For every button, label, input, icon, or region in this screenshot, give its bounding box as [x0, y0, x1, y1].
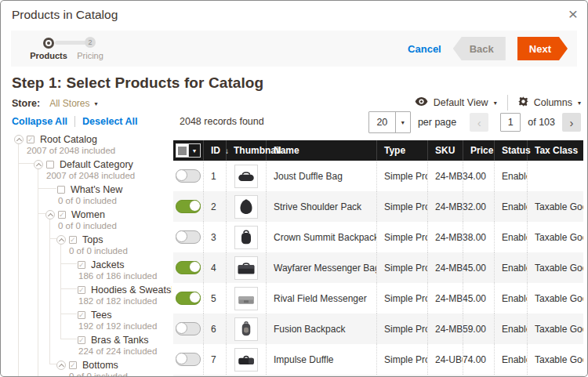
category-label[interactable]: Bottoms [82, 360, 118, 371]
column-header-status[interactable]: Status [495, 140, 528, 161]
back-button[interactable]: Back [453, 37, 506, 60]
category-checkbox[interactable] [78, 261, 85, 269]
store-switcher[interactable]: All Stores ▾ [49, 98, 97, 109]
product-thumbnail [234, 226, 258, 249]
per-page-select[interactable]: 20 ▾ [368, 111, 411, 133]
select-all-dropdown[interactable]: ▼ [173, 140, 204, 161]
column-header-type[interactable]: Type [377, 140, 428, 161]
column-header-label: ID [211, 145, 220, 156]
cell-type: Simple Product [377, 222, 428, 252]
cell-sku: 24-MB03 [428, 222, 463, 252]
category-checkbox[interactable] [78, 336, 85, 344]
cell-thumbnail [227, 161, 267, 191]
column-header-id[interactable]: ID↓ [204, 140, 227, 161]
category-checkbox[interactable] [57, 186, 65, 194]
category-checkbox[interactable] [27, 136, 34, 143]
column-header-thumbnail[interactable]: Thumbnail [227, 140, 267, 161]
cell-id: 2 [204, 191, 227, 222]
close-icon[interactable]: × [568, 5, 578, 22]
cell-name: Wayfarer Messenger Bag [267, 252, 377, 283]
cell-status: Enabled [495, 161, 528, 191]
step-connector [55, 41, 86, 45]
category-checkbox[interactable] [69, 361, 77, 369]
tree-node-jackets: Jackets186 of 186 included [12, 258, 172, 283]
column-header-tax-class[interactable]: Tax Class [528, 140, 583, 161]
cell-price: $34.00 [463, 161, 495, 191]
default-view-label: Default View [434, 97, 488, 108]
product-row: 3Crown Summit BackpackSimple Product24-M… [173, 222, 583, 252]
cell-tax-class: Taxable Goods [528, 222, 583, 252]
category-count: 0 of 0 included [12, 246, 172, 258]
cancel-button[interactable]: Cancel [408, 43, 441, 55]
toggle-knob [176, 169, 187, 181]
cell-sku: 24-MB01 [428, 161, 463, 191]
category-label[interactable]: Jackets [91, 259, 124, 270]
product-row: 4Wayfarer Messenger BagSimple Product24-… [173, 252, 583, 283]
category-checkbox[interactable] [69, 236, 77, 244]
page-input[interactable] [500, 113, 521, 132]
collapse-node-icon[interactable] [34, 160, 43, 169]
product-enable-toggle[interactable] [176, 292, 201, 305]
category-label[interactable]: Tees [91, 310, 111, 321]
product-enable-toggle[interactable] [176, 261, 201, 274]
cell-status: Enabled [495, 283, 528, 314]
column-header-sku[interactable]: SKU [428, 140, 463, 161]
category-count: 186 of 186 included [12, 271, 172, 283]
eye-icon [415, 97, 428, 108]
cell-thumbnail [227, 283, 267, 314]
collapse-node-icon[interactable] [56, 361, 66, 370]
next-button[interactable]: Next [517, 37, 568, 60]
collapse-all-link[interactable]: Collapse All [12, 116, 67, 127]
cell-id: 7 [204, 344, 227, 375]
default-view-button[interactable]: Default View ▾ [415, 97, 497, 108]
cell-tax-class: Taxable Goods [528, 191, 583, 222]
category-count: 182 of 182 included [12, 296, 172, 308]
chevron-down-icon: ▾ [494, 100, 497, 107]
prev-page-button[interactable]: ‹ [470, 113, 488, 132]
cell-thumbnail [227, 222, 267, 252]
category-label[interactable]: Bras & Tanks [91, 335, 148, 346]
product-enable-toggle[interactable] [176, 200, 201, 213]
category-checkbox[interactable] [58, 211, 66, 219]
category-label[interactable]: Hoodies & Sweatshirts [91, 285, 172, 295]
cell-price: $59.00 [463, 314, 495, 344]
cell-sku: 24-MB02 [428, 314, 463, 344]
cell-price: $32.00 [463, 191, 495, 222]
column-header-price[interactable]: Price [463, 140, 495, 161]
category-checkbox[interactable] [78, 311, 85, 319]
columns-button[interactable]: Columns ▾ [518, 96, 581, 109]
category-count: 0 of 0 included [12, 372, 172, 376]
product-enable-toggle[interactable] [176, 230, 201, 244]
product-enable-toggle[interactable] [176, 322, 201, 335]
product-thumbnail [234, 195, 258, 219]
per-page-label: per page [418, 117, 456, 128]
tree-node-what-s-new: What's New0 of 0 included [12, 183, 172, 208]
cell-tax-class: Taxable Goods [528, 344, 583, 375]
total-pages-label: of 103 [528, 117, 555, 128]
cell-type: Simple Product [377, 191, 428, 222]
gear-icon [518, 96, 528, 109]
collapse-node-icon[interactable] [45, 210, 55, 219]
collapse-node-icon[interactable] [56, 235, 66, 245]
category-label[interactable]: Root Catalog [40, 134, 97, 145]
category-checkbox[interactable] [78, 286, 85, 294]
product-enable-toggle[interactable] [176, 353, 201, 366]
category-checkbox[interactable] [46, 161, 54, 169]
deselect-all-link[interactable]: Deselect All [82, 116, 137, 127]
category-label[interactable]: Default Category [60, 159, 133, 170]
records-count: 2048 records found [180, 116, 264, 127]
cell-status: Enabled [495, 314, 528, 344]
collapse-node-icon[interactable] [14, 135, 24, 144]
product-enable-toggle[interactable] [176, 169, 201, 183]
column-header-name[interactable]: Name [267, 140, 377, 161]
cell-type: Simple Product [377, 252, 428, 283]
column-header-label: Tax Class [535, 145, 578, 156]
cell-sku: 24-MB06 [428, 283, 463, 314]
category-count: 224 of 224 included [12, 346, 172, 358]
next-page-button[interactable]: › [562, 113, 581, 132]
category-label[interactable]: What's New [71, 184, 122, 195]
cell-tax-class [528, 161, 583, 191]
category-label[interactable]: Women [71, 209, 105, 220]
category-label[interactable]: Tops [82, 234, 103, 245]
toggle-knob [189, 292, 201, 303]
